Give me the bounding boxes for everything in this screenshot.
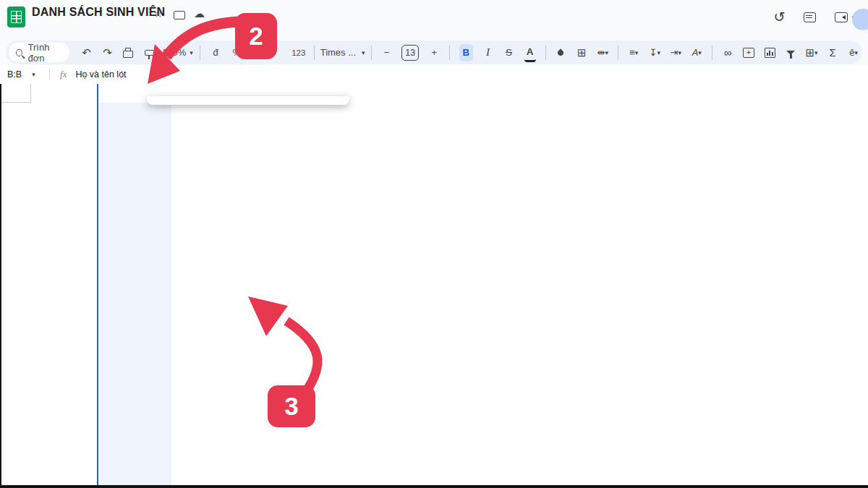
borders-button[interactable]: ⊞ <box>576 44 587 61</box>
toolbar: Trình đơn ↶ ↷ 100% ▾ đ % 123 Times ... ▾… <box>6 40 862 64</box>
font-size-decrease-button[interactable]: − <box>380 44 392 61</box>
selected-column-tint <box>97 103 171 485</box>
fill-color-icon[interactable] <box>557 48 565 56</box>
sheets-logo-icon[interactable] <box>7 7 25 27</box>
currency-format-button[interactable]: đ <box>210 44 221 61</box>
fx-icon: fx <box>60 69 67 80</box>
font-select[interactable]: Times ... ▾ <box>324 44 362 61</box>
text-color-button[interactable]: A <box>524 43 536 62</box>
version-history-icon[interactable]: ↺ <box>774 10 786 25</box>
insert-link-button[interactable]: ∞ <box>722 44 733 61</box>
undo-button[interactable]: ↶ <box>80 44 92 61</box>
vertical-align-button[interactable]: ↧▾ <box>649 44 660 61</box>
text-rotation-button[interactable]: A▾ <box>691 44 702 61</box>
merge-cells-button[interactable]: ⇹▾ <box>597 44 608 61</box>
window-edge-bottom <box>0 485 868 488</box>
italic-button[interactable]: I <box>482 44 494 61</box>
search-menus[interactable]: Trình đơn <box>9 43 69 62</box>
bold-button[interactable]: B <box>459 44 472 61</box>
window-edge-left <box>0 84 1 488</box>
context-menu <box>147 96 349 105</box>
step-badge-3: 3 <box>268 385 315 427</box>
comments-icon[interactable] <box>804 12 816 22</box>
avatar[interactable] <box>852 9 868 30</box>
move-folder-icon[interactable] <box>174 9 185 22</box>
selection-border <box>97 84 98 485</box>
google-sheets-window: DANH SÁCH SINH VIÊN ☆ ☁ ↺ ▾ Trình đơn ↶ … <box>0 0 868 488</box>
chevron-down-icon: ▾ <box>362 49 365 56</box>
create-filter-icon[interactable] <box>786 51 795 55</box>
functions-button[interactable]: Σ <box>827 44 838 61</box>
formula-input[interactable]: Họ và tên lót <box>75 69 126 80</box>
font-size-increase-button[interactable]: + <box>428 44 440 61</box>
cloud-status-icon[interactable]: ☁ <box>194 7 205 20</box>
zoom-control[interactable]: 100% ▾ <box>164 44 190 61</box>
name-box-value: B:B <box>7 69 22 80</box>
horizontal-align-button[interactable]: ≡▾ <box>628 44 639 61</box>
strikethrough-button[interactable]: S <box>503 44 515 61</box>
font-size-input[interactable]: 13 <box>401 45 419 61</box>
search-icon <box>16 49 22 56</box>
paint-format-icon[interactable] <box>145 50 154 56</box>
star-icon[interactable]: ☆ <box>153 7 163 20</box>
redo-button[interactable]: ↷ <box>101 44 113 61</box>
name-box[interactable]: B:B ▾ <box>0 69 49 80</box>
insert-chart-icon[interactable] <box>765 48 775 58</box>
header-actions: ↺ ▾ <box>774 10 855 25</box>
table-views-button[interactable]: ⊞▾ <box>806 44 817 61</box>
insert-comment-icon[interactable] <box>743 48 754 58</box>
video-camera-icon <box>835 12 848 22</box>
input-tools-button[interactable]: ê▾ <box>848 44 859 61</box>
chevron-down-icon: ▾ <box>32 71 35 78</box>
step-badge-2: 2 <box>235 13 277 59</box>
select-all-corner[interactable] <box>0 84 31 103</box>
formula-bar: B:B ▾ fx Họ và tên lót <box>0 65 868 85</box>
zoom-value: 100% <box>162 47 186 58</box>
font-name: Times ... <box>320 47 356 58</box>
chevron-down-icon: ▾ <box>190 49 193 56</box>
print-icon[interactable] <box>123 51 133 58</box>
number-format-button[interactable]: 123 <box>293 44 305 61</box>
search-label: Trình đơn <box>28 42 61 64</box>
document-title[interactable]: DANH SÁCH SINH VIÊN <box>32 6 165 19</box>
text-wrap-button[interactable]: ⇥▾ <box>670 44 681 61</box>
